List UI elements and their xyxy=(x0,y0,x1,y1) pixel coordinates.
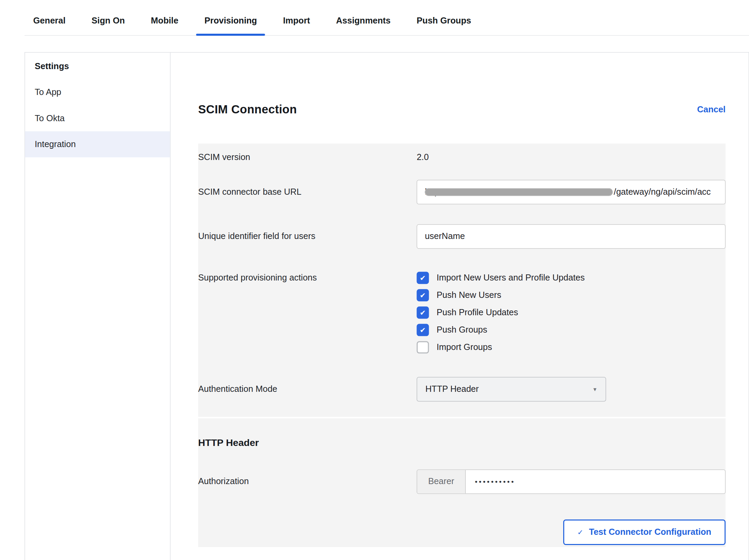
http-header-section: HTTP Header Authorization Bearer •••••••… xyxy=(198,418,726,547)
provisioning-actions-label: Supported provisioning actions xyxy=(198,269,417,287)
check-icon: ✓ xyxy=(577,528,584,537)
tab-assignments[interactable]: Assignments xyxy=(336,16,391,35)
checkbox-import-new-users[interactable] xyxy=(417,272,429,284)
base-url-label: SCIM connector base URL xyxy=(198,180,417,204)
tab-import[interactable]: Import xyxy=(283,16,310,35)
auth-mode-row: Authentication Mode HTTP Header ▼ xyxy=(198,377,726,401)
auth-mode-select[interactable]: HTTP Header ▼ xyxy=(417,377,606,401)
option-push-new-users[interactable]: Push New Users xyxy=(417,287,585,304)
tab-provisioning[interactable]: Provisioning xyxy=(205,16,257,35)
tab-mobile[interactable]: Mobile xyxy=(151,16,178,35)
provisioning-settings-page: General Sign On Mobile Provisioning Impo… xyxy=(0,0,749,560)
scim-version-label: SCIM version xyxy=(198,152,417,163)
tab-sign-on[interactable]: Sign On xyxy=(92,16,125,35)
redacted-url-segment: https://b5lab-125-19-67-148 xyxy=(425,187,614,197)
chevron-down-icon: ▼ xyxy=(592,386,598,392)
authorization-label: Authorization xyxy=(198,469,417,494)
option-push-profile-updates[interactable]: Push Profile Updates xyxy=(417,304,585,321)
bearer-prefix: Bearer xyxy=(417,470,466,493)
option-import-new-users[interactable]: Import New Users and Profile Updates xyxy=(417,269,585,287)
cancel-link-top[interactable]: Cancel xyxy=(697,105,726,115)
sidebar-heading: Settings xyxy=(25,54,170,79)
unique-id-input[interactable]: userName xyxy=(417,224,726,249)
bearer-token-input[interactable]: •••••••••• xyxy=(466,470,725,493)
option-import-groups[interactable]: Import Groups xyxy=(417,339,585,356)
visible-url-segment: /gateway/ng/api/scim/acc xyxy=(614,187,711,197)
checkbox-push-new-users[interactable] xyxy=(417,289,429,301)
sidebar-item-integration[interactable]: Integration xyxy=(25,131,170,158)
scim-version-value: 2.0 xyxy=(417,152,428,163)
authorization-input-group: Bearer •••••••••• xyxy=(417,469,726,494)
app-tab-bar: General Sign On Mobile Provisioning Impo… xyxy=(25,0,749,36)
tab-push-groups[interactable]: Push Groups xyxy=(417,16,471,35)
authorization-row: Authorization Bearer •••••••••• xyxy=(198,469,726,494)
sidebar-item-to-okta[interactable]: To Okta xyxy=(25,105,170,131)
scim-connection-panel: SCIM Connection Cancel SCIM version 2.0 … xyxy=(170,53,749,560)
page-title: SCIM Connection xyxy=(198,103,297,117)
base-url-row: SCIM connector base URL https://b5lab-12… xyxy=(198,180,726,204)
unique-id-row: Unique identifier field for users userNa… xyxy=(198,224,726,249)
option-push-groups[interactable]: Push Groups xyxy=(417,321,585,339)
auth-mode-label: Authentication Mode xyxy=(198,377,417,401)
checkbox-push-profile-updates[interactable] xyxy=(417,306,429,319)
provisioning-actions-group: Import New Users and Profile Updates Pus… xyxy=(417,269,585,356)
scim-base-url-input[interactable]: https://b5lab-125-19-67-148/gateway/ng/a… xyxy=(417,180,726,204)
provisioning-card: Settings To App To Okta Integration SCIM… xyxy=(25,52,749,560)
http-header-heading: HTTP Header xyxy=(198,437,726,449)
settings-sidebar: Settings To App To Okta Integration xyxy=(25,53,171,560)
checkbox-import-groups[interactable] xyxy=(417,341,429,353)
sidebar-item-to-app[interactable]: To App xyxy=(25,79,170,106)
tab-general[interactable]: General xyxy=(33,16,66,35)
unique-id-label: Unique identifier field for users xyxy=(198,224,417,249)
connection-settings-section: SCIM version 2.0 SCIM connector base URL… xyxy=(198,144,726,417)
test-connector-button[interactable]: ✓ Test Connector Configuration xyxy=(563,519,726,545)
checkbox-push-groups[interactable] xyxy=(417,324,429,336)
scim-version-row: SCIM version 2.0 xyxy=(198,152,726,163)
provisioning-actions-row: Supported provisioning actions Import Ne… xyxy=(198,269,726,356)
